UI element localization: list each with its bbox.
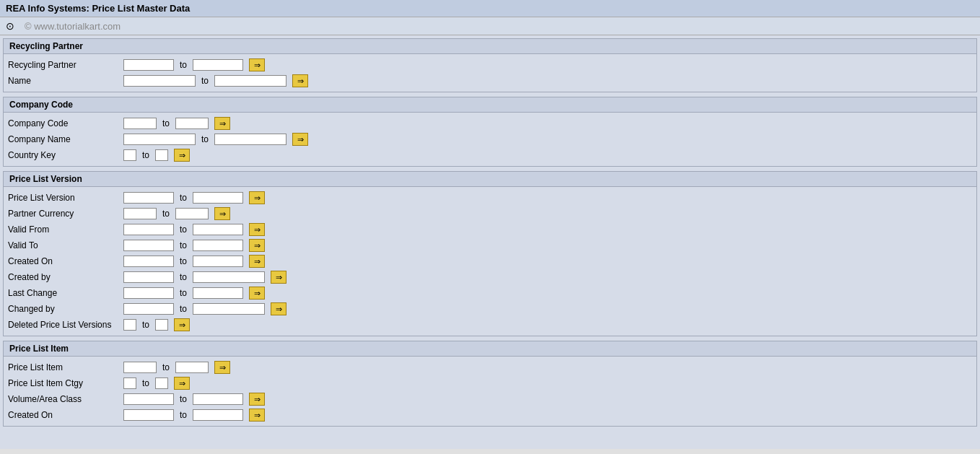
- field-to-input[interactable]: [214, 134, 286, 145]
- field-label: Recycling Partner: [8, 60, 123, 70]
- field-arrow-button[interactable]: ⇒: [174, 377, 190, 390]
- field-to-input[interactable]: [175, 118, 209, 129]
- field-to-label: to: [201, 76, 209, 86]
- field-arrow-button[interactable]: ⇒: [249, 393, 265, 406]
- watermark: © www.tutorialkart.com: [25, 21, 121, 32]
- field-to-input[interactable]: [214, 75, 286, 87]
- field-row: Country Keyto⇒: [8, 147, 972, 163]
- field-to-input[interactable]: [175, 362, 209, 373]
- title-bar: REA Info Systems: Price List Master Data: [0, 0, 980, 17]
- field-from-input[interactable]: [123, 240, 174, 251]
- field-to-input[interactable]: [193, 256, 243, 267]
- field-to-label: to: [162, 118, 170, 128]
- toolbar: ⊙ © www.tutorialkart.com: [0, 17, 980, 35]
- field-to-input[interactable]: [193, 393, 243, 405]
- field-from-input[interactable]: [123, 118, 157, 129]
- field-from-input[interactable]: [123, 319, 136, 331]
- field-to-label: to: [180, 394, 187, 404]
- field-arrow-button[interactable]: ⇒: [249, 223, 265, 236]
- field-from-input[interactable]: [123, 377, 136, 389]
- field-from-input[interactable]: [123, 75, 196, 87]
- field-arrow-button[interactable]: ⇒: [214, 117, 230, 130]
- field-row: Price List Itemto⇒: [8, 359, 972, 375]
- field-from-input[interactable]: [123, 256, 174, 267]
- section-body-recycling-partner: Recycling Partnerto⇒Nameto⇒: [4, 54, 976, 92]
- field-from-input[interactable]: [123, 208, 157, 219]
- field-row: Last Changeto⇒: [8, 285, 972, 301]
- field-to-input[interactable]: [193, 59, 243, 71]
- field-label: Changed by: [8, 304, 123, 314]
- section-recycling-partner: Recycling PartnerRecycling Partnerto⇒Nam…: [3, 38, 977, 92]
- field-arrow-button[interactable]: ⇒: [174, 149, 190, 162]
- field-from-input[interactable]: [123, 271, 174, 283]
- section-header-recycling-partner: Recycling Partner: [4, 39, 976, 54]
- field-to-label: to: [180, 193, 187, 203]
- field-to-input[interactable]: [193, 192, 243, 204]
- field-from-input[interactable]: [123, 134, 196, 145]
- field-row: Valid Toto⇒: [8, 237, 972, 253]
- field-from-input[interactable]: [123, 362, 157, 373]
- field-to-input[interactable]: [193, 303, 265, 315]
- field-arrow-button[interactable]: ⇒: [214, 361, 230, 374]
- field-from-input[interactable]: [123, 224, 174, 235]
- field-to-label: to: [162, 209, 170, 219]
- field-to-label: to: [180, 60, 187, 70]
- field-arrow-button[interactable]: ⇒: [249, 287, 265, 300]
- field-from-input[interactable]: [123, 149, 136, 161]
- field-from-input[interactable]: [123, 59, 174, 71]
- field-label: Valid From: [8, 224, 123, 235]
- field-arrow-button[interactable]: ⇒: [249, 409, 265, 422]
- field-row: Created Onto⇒: [8, 407, 972, 423]
- field-from-input[interactable]: [123, 393, 174, 405]
- field-arrow-button[interactable]: ⇒: [271, 302, 286, 315]
- field-label: Name: [8, 76, 123, 86]
- field-label: Created On: [8, 256, 123, 266]
- section-body-price-list-version: Price List Versionto⇒Partner Currencyto⇒…: [4, 187, 976, 336]
- field-arrow-button[interactable]: ⇒: [292, 74, 308, 87]
- field-to-input[interactable]: [193, 287, 243, 299]
- field-label: Volume/Area Class: [8, 394, 123, 404]
- field-arrow-button[interactable]: ⇒: [292, 133, 308, 146]
- field-to-label: to: [180, 288, 187, 298]
- field-label: Partner Currency: [8, 209, 123, 219]
- field-from-input[interactable]: [123, 409, 174, 421]
- field-row: Created byto⇒: [8, 269, 972, 285]
- main-content: Recycling PartnerRecycling Partnerto⇒Nam…: [0, 35, 980, 449]
- field-to-input[interactable]: [193, 240, 243, 251]
- section-body-price-list-item: Price List Itemto⇒Price List Item Ctgyto…: [4, 357, 976, 426]
- field-to-label: to: [180, 304, 187, 314]
- field-arrow-button[interactable]: ⇒: [249, 58, 265, 71]
- field-arrow-button[interactable]: ⇒: [214, 207, 230, 220]
- field-to-input[interactable]: [155, 377, 168, 389]
- field-arrow-button[interactable]: ⇒: [249, 191, 265, 204]
- toolbar-icon[interactable]: ⊙: [6, 20, 14, 32]
- section-price-list-version: Price List VersionPrice List Versionto⇒P…: [3, 171, 977, 336]
- field-to-label: to: [180, 272, 187, 282]
- section-company-code: Company CodeCompany Codeto⇒Company Namet…: [3, 97, 977, 167]
- field-to-label: to: [180, 256, 187, 266]
- section-header-company-code: Company Code: [4, 97, 976, 113]
- field-to-input[interactable]: [193, 271, 265, 283]
- field-to-label: to: [201, 134, 209, 144]
- field-to-input[interactable]: [155, 149, 168, 161]
- field-to-label: to: [142, 150, 149, 160]
- section-price-list-item: Price List ItemPrice List Itemto⇒Price L…: [3, 341, 977, 427]
- field-to-label: to: [142, 320, 149, 330]
- field-to-input[interactable]: [155, 319, 168, 331]
- field-row: Company Codeto⇒: [8, 115, 972, 131]
- field-to-input[interactable]: [193, 224, 243, 235]
- field-from-input[interactable]: [123, 192, 174, 204]
- app-title: REA Info Systems: Price List Master Data: [6, 3, 190, 14]
- field-from-input[interactable]: [123, 303, 174, 315]
- field-to-input[interactable]: [175, 208, 209, 219]
- field-from-input[interactable]: [123, 287, 174, 299]
- field-arrow-button[interactable]: ⇒: [249, 239, 265, 252]
- field-row: Recycling Partnerto⇒: [8, 57, 972, 73]
- field-row: Volume/Area Classto⇒: [8, 391, 972, 407]
- field-to-input[interactable]: [193, 409, 243, 421]
- field-arrow-button[interactable]: ⇒: [174, 318, 190, 331]
- field-arrow-button[interactable]: ⇒: [271, 271, 286, 284]
- field-label: Created by: [8, 272, 123, 282]
- field-arrow-button[interactable]: ⇒: [249, 255, 265, 268]
- field-to-label: to: [180, 410, 187, 420]
